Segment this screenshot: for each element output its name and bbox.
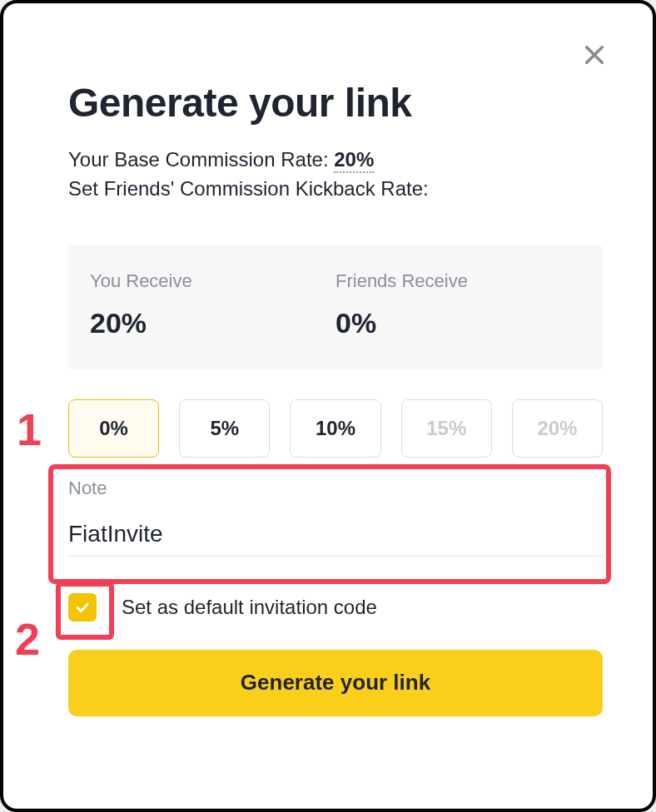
note-section: Note [68, 466, 603, 557]
note-input[interactable] [68, 521, 603, 557]
modal-dialog: 1 2 Generate your link Your Base Commiss… [0, 0, 656, 812]
base-rate-label: Your Base Commission Rate: [68, 148, 329, 171]
kickback-option-10[interactable]: 10% [290, 399, 380, 458]
modal-title: Generate your link [68, 80, 603, 126]
kickback-option-5[interactable]: 5% [179, 399, 270, 458]
check-icon [74, 599, 91, 616]
you-receive-label: You Receive [90, 270, 335, 292]
default-code-label: Set as default invitation code [122, 596, 377, 619]
generate-link-button[interactable]: Generate your link [68, 650, 603, 716]
base-rate-line: Your Base Commission Rate: 20% [68, 146, 603, 175]
note-label: Note [68, 466, 603, 499]
annotation-number-1: 1 [17, 407, 42, 452]
friends-receive-value: 0% [335, 307, 581, 339]
close-icon [583, 43, 606, 67]
friends-receive-label: Friends Receive [335, 270, 581, 292]
default-code-checkbox[interactable] [68, 593, 97, 621]
rates-summary-panel: You Receive 20% Friends Receive 0% [68, 245, 603, 369]
you-receive-value: 20% [90, 307, 335, 339]
kickback-option-15: 15% [401, 399, 492, 458]
kickback-option-0[interactable]: 0% [68, 399, 159, 458]
kickback-option-20: 20% [512, 399, 603, 458]
base-rate-value: 20% [334, 148, 374, 173]
default-code-row: Set as default invitation code [68, 593, 603, 621]
close-button[interactable] [579, 40, 609, 70]
annotation-number-2: 2 [15, 616, 40, 661]
kickback-options-row: 0% 5% 10% 15% 20% [68, 399, 603, 458]
kickback-rate-label: Set Friends' Commission Kickback Rate: [68, 175, 603, 204]
